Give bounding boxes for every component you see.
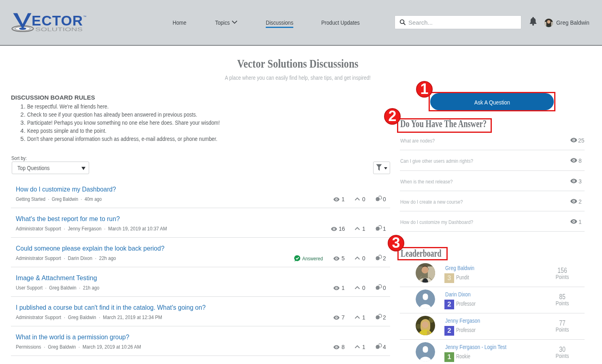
svg-text:™: ™	[83, 15, 86, 19]
svg-text:SOLUTIONS: SOLUTIONS	[35, 26, 83, 32]
